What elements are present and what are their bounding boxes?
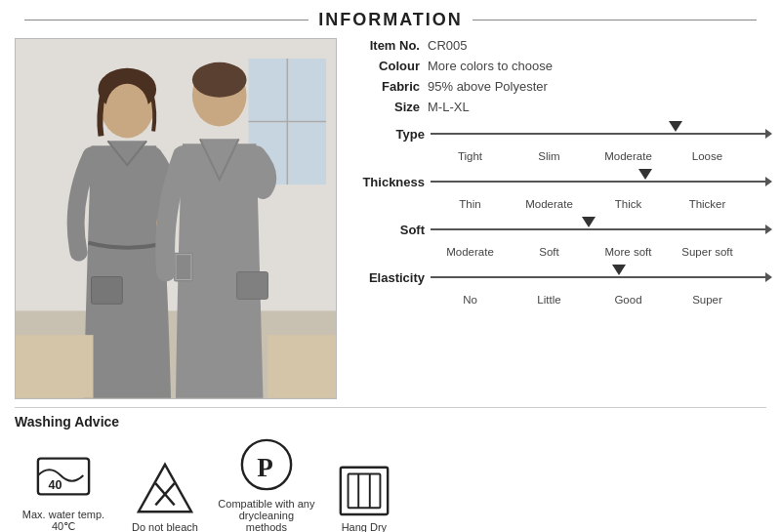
dry-clean-caption: Compatible with any drycleaning methods <box>218 498 315 532</box>
item-no-label: Item No. <box>356 38 420 53</box>
washing-item-dry-clean: P Compatible with any drycleaning method… <box>218 435 315 532</box>
svg-rect-26 <box>348 473 380 508</box>
scale-marker-thickness <box>638 169 652 180</box>
scale-tick-label: Soft <box>510 246 589 258</box>
page-header: INFORMATION <box>15 10 766 30</box>
size-label: Size <box>356 100 420 114</box>
scale-tick-label: Little <box>510 294 589 306</box>
product-image <box>15 38 337 399</box>
svg-rect-15 <box>237 272 268 300</box>
main-content: Item No. CR005 Colour More colors to cho… <box>15 38 766 399</box>
colour-row: Colour More colors to choose <box>356 59 766 73</box>
svg-rect-17 <box>267 335 336 398</box>
svg-rect-14 <box>92 277 123 305</box>
wash-40-caption: Max. water temp. 40℃ <box>15 509 112 532</box>
svg-point-8 <box>105 84 148 135</box>
scale-track-thickness <box>431 168 766 195</box>
dry-clean-icon: P <box>237 435 296 494</box>
svg-marker-20 <box>139 465 191 512</box>
svg-point-11 <box>192 62 247 98</box>
washing-item-no-bleach: Do not bleach <box>132 459 198 532</box>
wash-40-icon: 40 <box>34 446 93 505</box>
header-line-right <box>473 20 757 20</box>
washing-title: Washing Advice <box>15 414 766 430</box>
scale-marker-type <box>669 121 682 132</box>
info-panel: Item No. CR005 Colour More colors to cho… <box>347 38 766 399</box>
scale-tick-label: Thin <box>431 198 510 210</box>
washing-section: Washing Advice 40 Max. water temp. 40℃ <box>15 407 766 532</box>
scale-tick-label: Slim <box>510 150 589 162</box>
svg-rect-12 <box>174 253 193 282</box>
svg-text:P: P <box>257 452 273 481</box>
scale-tick-label: Thick <box>589 198 668 210</box>
washing-icons: 40 Max. water temp. 40℃ Do not bleach <box>15 435 766 532</box>
scale-ticks-elasticity: NoLittleGoodSuper <box>431 294 755 306</box>
scale-row-elasticity: Elasticity <box>356 264 766 291</box>
no-bleach-icon <box>136 459 194 517</box>
scale-track-soft <box>431 216 766 243</box>
scale-track-type <box>431 120 766 147</box>
colour-value: More colors to choose <box>428 59 553 73</box>
scale-tick-label: Moderate <box>510 198 589 210</box>
scale-tick-label: No <box>431 294 510 306</box>
scale-ticks-type: TightSlimModerateLoose <box>431 150 755 162</box>
item-no-row: Item No. CR005 <box>356 38 766 53</box>
size-row: Size M-L-XL <box>356 100 766 114</box>
scale-ticks-thickness: ThinModerateThickThicker <box>431 198 755 210</box>
scale-label-type: Type <box>356 127 425 142</box>
header-line-left <box>24 20 308 20</box>
scale-tick-label: Thicker <box>668 198 747 210</box>
svg-text:40: 40 <box>49 477 62 491</box>
scale-row-type: Type <box>356 120 766 147</box>
fabric-value: 95% above Polyester <box>428 79 548 94</box>
scale-track-elasticity <box>431 264 766 291</box>
scale-tick-label: Moderate <box>431 246 510 258</box>
page: INFORMATION <box>0 0 781 532</box>
colour-label: Colour <box>356 59 420 73</box>
scale-marker-soft <box>582 217 596 227</box>
fabric-row: Fabric 95% above Polyester <box>356 79 766 94</box>
hang-dry-icon <box>335 459 393 517</box>
scale-row-thickness: Thickness <box>356 168 766 195</box>
hang-dry-caption: Hang Dry <box>342 521 387 532</box>
scale-tick-label: Good <box>589 294 668 306</box>
washing-item-water-temp: 40 Max. water temp. 40℃ <box>15 446 112 532</box>
scale-tick-label: Loose <box>668 150 747 162</box>
scale-label-elasticity: Elasticity <box>356 270 425 285</box>
page-title: INFORMATION <box>318 10 463 30</box>
size-value: M-L-XL <box>428 100 470 114</box>
fabric-label: Fabric <box>356 79 420 94</box>
scale-row-soft: Soft <box>356 216 766 243</box>
washing-item-hang-dry: Hang Dry <box>335 459 393 532</box>
svg-rect-16 <box>16 335 94 398</box>
scale-ticks-soft: ModerateSoftMore softSuper soft <box>431 246 755 258</box>
item-no-value: CR005 <box>428 38 467 53</box>
scale-tick-label: Super <box>668 294 747 306</box>
scale-marker-elasticity <box>612 265 626 275</box>
scale-tick-label: Moderate <box>589 150 668 162</box>
scale-label-thickness: Thickness <box>356 175 425 189</box>
scale-section: TypeTightSlimModerateLooseThicknessThinM… <box>356 120 766 306</box>
scale-tick-label: Tight <box>431 150 510 162</box>
scale-tick-label: More soft <box>589 246 668 258</box>
scale-label-soft: Soft <box>356 223 425 237</box>
no-bleach-caption: Do not bleach <box>132 521 198 532</box>
scale-tick-label: Super soft <box>668 246 747 258</box>
